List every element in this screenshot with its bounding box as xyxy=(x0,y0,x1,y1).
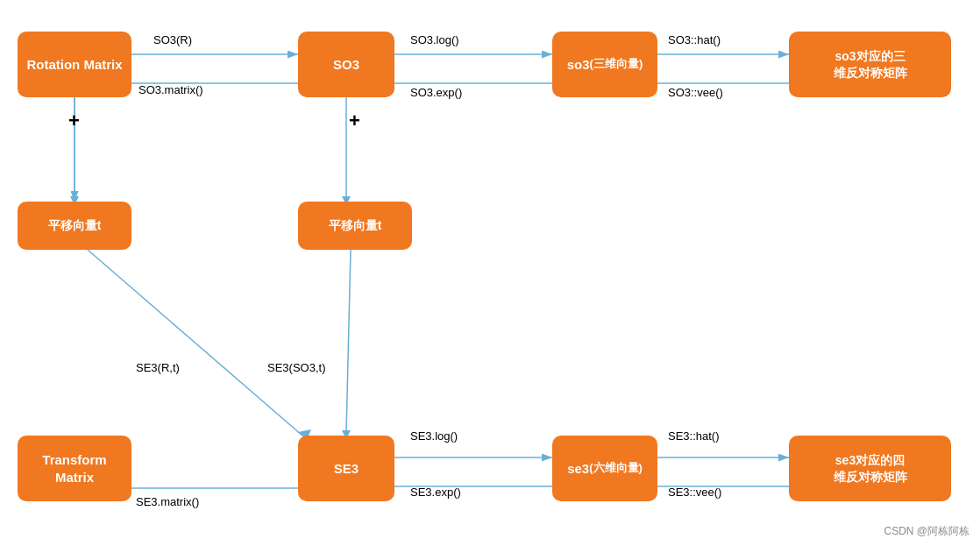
pingyi2-node: 平移向量t xyxy=(298,202,412,250)
label-so3matrix: SO3.matrix() xyxy=(138,83,203,96)
diagram: Rotation Matrix SO3 so3(三维向量) so3对应的三维反对… xyxy=(0,0,980,546)
label-so3hat: SO3::hat() xyxy=(668,33,721,46)
plus-sign-2: + xyxy=(349,110,360,132)
label-se3vee: SE3::vee() xyxy=(668,486,721,499)
label-se3log: SE3.log() xyxy=(410,429,458,443)
label-se3sot: SE3(SO3,t) xyxy=(267,361,325,374)
label-so3vee: SO3::vee() xyxy=(668,86,723,99)
label-se3exp: SE3.exp() xyxy=(410,486,461,499)
watermark: CSDN @阿栋阿栋 xyxy=(884,524,969,539)
pingyi1-node: 平移向量t xyxy=(18,202,131,250)
svg-line-15 xyxy=(346,250,351,434)
so3-antisym-node: so3对应的三维反对称矩阵 xyxy=(789,32,951,97)
label-se3matrix: SE3.matrix() xyxy=(136,495,199,508)
rotation-matrix-node: Rotation Matrix xyxy=(18,32,131,97)
label-so3log: SO3.log() xyxy=(410,33,459,46)
label-so3r: SO3(R) xyxy=(153,33,192,46)
se3-6d-node: se3(六维向量) xyxy=(552,436,657,501)
label-se3rt: SE3(R,t) xyxy=(136,361,180,374)
plus-sign-1: + xyxy=(68,110,80,132)
label-so3exp: SO3.exp() xyxy=(410,86,462,99)
se3-node: SE3 xyxy=(298,436,394,501)
se3-antisym-node: se3对应的四维反对称矩阵 xyxy=(789,436,951,501)
svg-line-13 xyxy=(88,250,302,436)
so3-node: SO3 xyxy=(298,32,394,97)
label-se3hat: SE3::hat() xyxy=(668,429,720,443)
transform-matrix-node: TransformMatrix xyxy=(18,436,131,501)
so3-3d-node: so3(三维向量) xyxy=(552,32,657,97)
